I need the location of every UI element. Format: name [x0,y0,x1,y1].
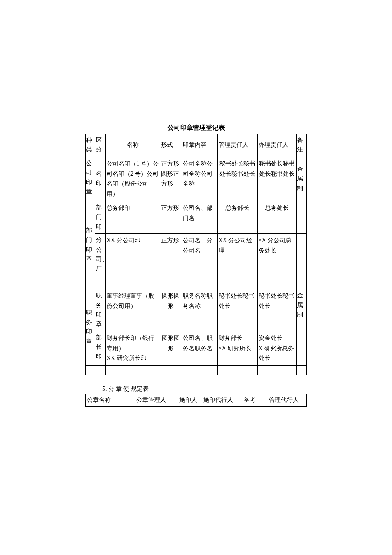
table-row: 职务印章 职务印章 董事经理董事（股份公司用） 圆形圆形 职务名称职务名称 秘书… [86,289,307,331]
cell-content: 公司全称公司全称公司全称 [182,157,217,201]
header-note: 备注 [297,134,307,157]
cell-kind: 职务印章 [86,289,95,366]
cell-note [297,201,307,233]
cell-division: 分公司、厂 [95,234,105,289]
cell-content: 公司名、分公司名 [182,234,217,289]
header2-stamp-proxy: 施印代行人 [202,394,239,407]
header-name: 名称 [105,134,160,157]
header2-manager: 公章管理人 [135,394,175,407]
table-row: 部门印章 部门印 总务部印 正方形 公司名、部门名 总务部长 总务处长 [86,201,307,233]
cell-manager: 秘书处长秘书处长 [217,289,257,331]
cell-name: 财务部长印（银行专用） XX 研究所长印 [105,331,160,365]
header2-remark: 备考 [239,394,261,407]
cell-form: 正方形圆形正方形 [160,157,182,201]
cell-handler: 秘书处长秘书处长 [257,289,297,331]
header-kind: 种类 [86,134,95,157]
cell-form: 正方形 [160,234,182,289]
header-handler: 办理责任人 [257,134,297,157]
table-row: 公司印章 名印 公司名印（1 号）公司名印（2 号）公司名印（股份公司用） 正方… [86,157,307,201]
cell-handler: ×X 分公司总务处长 [257,234,297,289]
cell-note: 金属制 [297,289,307,331]
cell-manager: XX 分公司经理 [217,234,257,289]
cell-note [297,331,307,365]
header-content: 印章内容 [182,134,217,157]
cell-manager: 财务部长 ×X 研究所长 [217,331,257,365]
header-form: 形式 [160,134,182,157]
seal-management-table: 种类 区分 名称 形式 印章内容 管理责任人 办理责任人 备注 公司印章 名印 … [85,134,307,375]
header2-mgmt-proxy: 管理代行人 [261,394,306,407]
table-row: 部长印 财务部长印（银行专用） XX 研究所长印 圆形圆形 公司名、职务名职务名… [86,331,307,365]
table1-title: 公司印章管理登记表 [85,124,307,132]
empty-cell [160,366,182,375]
cell-division: 部门印 [95,201,105,233]
cell-form: 正方形 [160,201,182,233]
cell-kind: 公司印章 [86,157,95,201]
empty-cell [182,366,217,375]
empty-cell [95,366,105,375]
empty-cell [86,366,95,375]
seal-usage-table: 公章名称 公章管理人 施印人 施印代行人 备考 管理代行人 [85,394,307,407]
table2-header-row: 公章名称 公章管理人 施印人 施印代行人 备考 管理代行人 [86,394,307,407]
header2-stamper: 施印人 [175,394,202,407]
cell-division: 职务印章 [95,289,105,331]
header-division: 区分 [95,134,105,157]
table-header-row: 种类 区分 名称 形式 印章内容 管理责任人 办理责任人 备注 [86,134,307,157]
cell-division: 名印 [95,157,105,201]
cell-content: 公司名、职务名职务名 [182,331,217,365]
empty-cell [105,366,160,375]
table-row: 分公司、厂 XX 分公司印 正方形 公司名、分公司名 XX 分公司经理 ×X 分… [86,234,307,289]
empty-cell [257,366,297,375]
cell-handler: 总务处长 [257,201,297,233]
cell-content: 公司名、部门名 [182,201,217,233]
table-row-empty [86,366,307,375]
cell-division: 部长印 [95,331,105,365]
cell-form: 圆形圆形 [160,289,182,331]
empty-cell [217,366,257,375]
cell-name: 公司名印（1 号）公司名印（2 号）公司名印（股份公司用） [105,157,160,201]
cell-manager: 总务部长 [217,201,257,233]
cell-kind: 部门印章 [86,201,95,289]
cell-name: XX 分公司印 [105,234,160,289]
cell-note [297,234,307,289]
cell-content: 职务名称职务名称 [182,289,217,331]
header2-seal-name: 公章名称 [86,394,135,407]
cell-form: 圆形圆形 [160,331,182,365]
header-manager: 管理责任人 [217,134,257,157]
cell-note: 金属制 [297,157,307,201]
cell-name: 董事经理董事（股份公司用） [105,289,160,331]
cell-handler: 资金处长 X 研究所总务处长 [257,331,297,365]
cell-manager: 秘书处长秘书处长秘书处长 [217,157,257,201]
section2-label: 5. 公 章 使 规定表 [102,385,307,393]
cell-name: 总务部印 [105,201,160,233]
empty-cell [297,366,307,375]
cell-handler: 秘书处长秘书处长秘书处长 [257,157,297,201]
